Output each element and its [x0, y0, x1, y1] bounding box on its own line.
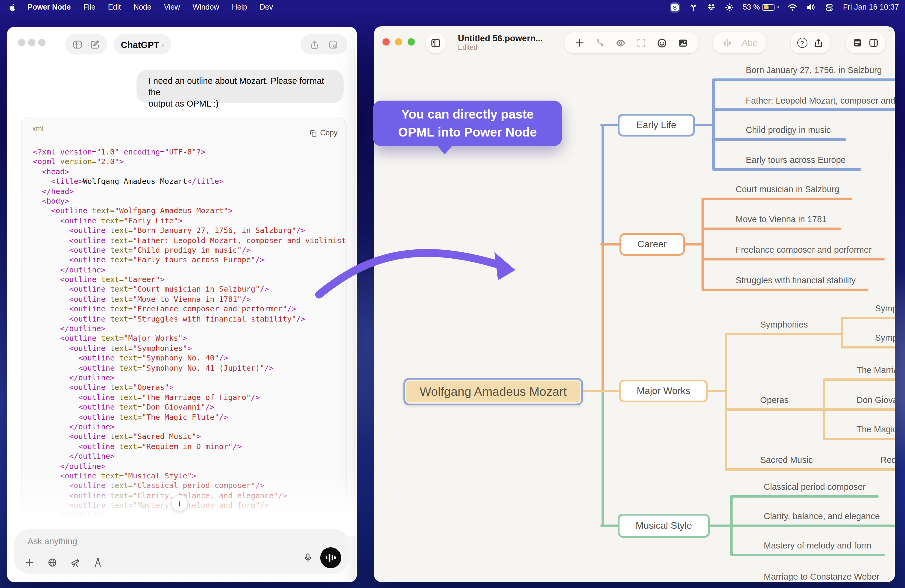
model-switcher[interactable]: ChatGPT›: [114, 34, 171, 54]
mindmap-leaf-label[interactable]: Classical period composer: [764, 482, 865, 492]
screenshot-app-icon[interactable]: S: [670, 2, 680, 12]
sidebar-toggle-icon[interactable]: [72, 39, 83, 49]
insert-image-icon[interactable]: [678, 37, 688, 48]
mindmap-leaf-label[interactable]: Court musician in Salzburg: [736, 184, 840, 194]
mindmap-branch-node[interactable]: Career: [619, 233, 685, 256]
mindmap-leaf-label[interactable]: Child prodigy in music: [746, 125, 831, 135]
apple-menu-icon[interactable]: [8, 2, 17, 12]
minimize-button[interactable]: [395, 38, 402, 45]
menu-app-name[interactable]: Power Node: [27, 3, 71, 11]
wifi-icon[interactable]: [788, 3, 797, 11]
composer[interactable]: Ask anything: [14, 529, 349, 574]
mindmap-leaf-label[interactable]: Clarity, balance, and elegance: [764, 511, 880, 521]
volume-icon[interactable]: [807, 3, 816, 11]
menu-item-window[interactable]: Window: [192, 3, 219, 11]
mindmap-branch-line: [684, 243, 703, 245]
right-sidebar-icon[interactable]: [869, 38, 879, 48]
new-chat-icon[interactable]: [90, 39, 100, 49]
text-style-button[interactable]: Abc: [741, 38, 757, 48]
zoom-button[interactable]: [38, 39, 45, 46]
telescope-icon[interactable]: [70, 558, 80, 567]
menu-item-node[interactable]: Node: [133, 3, 151, 11]
menu-item-help[interactable]: Help: [232, 3, 247, 11]
mindmap-branch-node[interactable]: Early Life: [618, 114, 695, 137]
brightness-icon[interactable]: [725, 3, 734, 12]
mindmap-leaf-label[interactable]: Mastery of melody and form: [764, 541, 871, 550]
menu-item-view[interactable]: View: [164, 3, 180, 11]
battery-indicator[interactable]: 53 %: [743, 3, 779, 11]
chat-header-left-group: [65, 34, 107, 54]
branch-status-icon[interactable]: [689, 3, 698, 12]
voice-mode-button[interactable]: [320, 547, 341, 568]
mindmap-branch-line: [712, 78, 895, 81]
callout-line1: You can directly paste: [373, 105, 562, 123]
code-line: <title>Wolfgang Amadeus Mozart</title>: [33, 176, 346, 186]
zoom-button[interactable]: [408, 38, 414, 45]
mindmap-leaf-label[interactable]: Father: Leopold Mozart, composer and vio…: [746, 96, 895, 105]
mindmap-branch-line: [730, 524, 895, 527]
web-search-icon[interactable]: [47, 558, 57, 567]
chatgpt-window: ChatGPT› I need an outline about Mozart.…: [7, 27, 357, 582]
temporary-chat-icon[interactable]: [328, 39, 338, 49]
mindmap-connector: [602, 390, 604, 527]
mindmap-branch-line: [600, 243, 621, 245]
dropbox-icon[interactable]: [707, 3, 716, 12]
mindmap-leaf-label[interactable]: Don Giovanni: [856, 395, 895, 405]
mindmap-leaf-label[interactable]: Move to Vienna in 1781: [736, 215, 827, 224]
user-message-line1: I need an outline about Mozart. Please f…: [148, 75, 332, 98]
mindmap-branch-line: [702, 198, 852, 200]
mindmap-leaf-label[interactable]: Freelance composer and performer: [736, 245, 872, 254]
menu-item-dev[interactable]: Dev: [260, 3, 273, 11]
fullscreen-frame-icon[interactable]: [636, 38, 646, 48]
mindmap-center-node[interactable]: Wolfgang Amadeus Mozart: [403, 378, 583, 405]
help-icon[interactable]: ?: [797, 38, 807, 48]
mindmap-leaf-label[interactable]: Operas: [760, 395, 789, 405]
notes-panel-icon[interactable]: [852, 38, 862, 48]
mindmap-branch-node[interactable]: Major Works: [619, 380, 708, 402]
focus-eye-icon[interactable]: [615, 37, 626, 48]
mindmap-leaf-label[interactable]: Born January 27, 1756, in Salzburg: [746, 65, 882, 75]
code-line: <outline text="Major Works">: [33, 334, 346, 344]
pn-toolbar-text: Abc: [713, 32, 766, 53]
mindmap-leaf-label[interactable]: Symphony No. 40: [875, 304, 895, 313]
connect-nodes-icon[interactable]: [595, 38, 605, 48]
minimize-button[interactable]: [28, 39, 35, 46]
study-compass-icon[interactable]: [93, 558, 103, 567]
dictate-mic-icon[interactable]: [303, 553, 313, 563]
mindmap-leaf-label[interactable]: The Marriage of Figaro: [856, 365, 895, 375]
export-share-icon[interactable]: [814, 38, 824, 48]
mindmap-connector: [725, 334, 727, 470]
share-icon[interactable]: [309, 39, 319, 49]
close-button[interactable]: [383, 38, 389, 45]
menu-item-file[interactable]: File: [84, 3, 95, 11]
pn-sidebar-toggle[interactable]: [426, 33, 446, 53]
mindmap-branch-line: [709, 524, 732, 527]
mindmap-branch-line: [823, 378, 895, 381]
mindmap-branch-node[interactable]: Musical Style: [618, 514, 710, 538]
scroll-to-bottom-button[interactable]: ↓: [171, 494, 188, 511]
mindmap-leaf-label[interactable]: The Magic Flute: [856, 424, 895, 434]
mindmap-leaf-label[interactable]: Struggles with financial stability: [736, 275, 856, 285]
control-center-icon[interactable]: [825, 3, 834, 12]
mindmap-leaf-label[interactable]: Symphonies: [760, 320, 808, 329]
document-status: Edited: [458, 44, 543, 51]
mindmap-leaf-label[interactable]: Sacred Music: [760, 455, 813, 465]
code-block-header: xml Copy: [22, 118, 346, 141]
code-line: </outline>: [33, 324, 346, 334]
node-width-icon[interactable]: [722, 37, 733, 48]
user-message-bubble: I need an outline about Mozart. Please f…: [137, 70, 344, 103]
emoji-icon[interactable]: [657, 37, 667, 48]
menu-clock[interactable]: Fri Jan 16 10:37: [843, 3, 899, 11]
code-line: <body>: [33, 196, 346, 206]
menu-bar: Power Node FileEditNodeViewWindowHelpDev…: [0, 0, 905, 14]
mindmap-leaf-label[interactable]: Marriage to Constanze Weber: [764, 572, 879, 582]
mindmap-leaf-label[interactable]: Early tours across Europe: [746, 155, 846, 165]
copy-code-button[interactable]: Copy: [310, 124, 338, 141]
close-button[interactable]: [18, 39, 25, 46]
center-node-label: Wolfgang Amadeus Mozart: [419, 385, 567, 399]
mindmap-leaf-label[interactable]: Requiem in D minor: [880, 455, 895, 465]
add-node-icon[interactable]: [575, 38, 585, 48]
attach-plus-icon[interactable]: [25, 558, 35, 567]
menu-item-edit[interactable]: Edit: [108, 3, 121, 11]
mindmap-leaf-label[interactable]: Symphony No. 41 (Jupiter): [875, 333, 895, 343]
